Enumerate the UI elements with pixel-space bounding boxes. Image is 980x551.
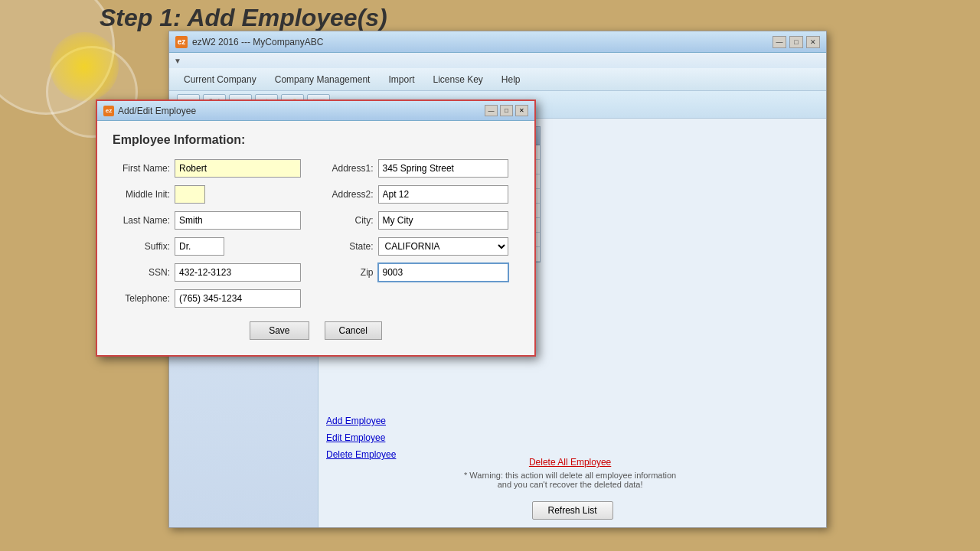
state-select[interactable]: CALIFORNIA ALABAMA ALASKA ARIZONA ARKANS… bbox=[378, 237, 508, 256]
dialog-maximize-button[interactable]: □ bbox=[500, 105, 513, 116]
zip-label: Zip bbox=[324, 267, 374, 278]
address2-input[interactable] bbox=[378, 185, 508, 204]
city-input[interactable] bbox=[378, 211, 508, 230]
dialog-overlay: ez Add/Edit Employee — □ ✕ Employee Info… bbox=[0, 0, 980, 551]
suffix-row: Suffix: bbox=[113, 237, 309, 256]
ssn-row: SSN: bbox=[113, 263, 309, 282]
zip-input[interactable] bbox=[378, 263, 508, 282]
address1-input[interactable] bbox=[378, 159, 508, 178]
dialog-title-left: ez Add/Edit Employee bbox=[103, 106, 196, 116]
dialog-content: Employee Information: First Name: Middle… bbox=[97, 121, 534, 355]
telephone-row: Telephone: bbox=[113, 289, 309, 308]
middle-init-row: Middle Init: bbox=[113, 185, 309, 204]
save-button[interactable]: Save bbox=[250, 321, 309, 340]
last-name-input[interactable] bbox=[175, 211, 301, 230]
spotlight-highlight bbox=[50, 32, 119, 101]
dialog-buttons: Save Cancel bbox=[113, 321, 519, 340]
state-row: State: CALIFORNIA ALABAMA ALASKA ARIZONA… bbox=[324, 237, 520, 256]
first-name-row: First Name: bbox=[113, 159, 309, 178]
form-right: Address1: Address2: City: State: bbox=[324, 159, 520, 311]
form-left: First Name: Middle Init: Last Name: Suff… bbox=[113, 159, 309, 311]
first-name-input[interactable] bbox=[175, 159, 301, 178]
address2-label: Address2: bbox=[324, 189, 374, 200]
dialog-minimize-button[interactable]: — bbox=[485, 105, 498, 116]
telephone-input[interactable] bbox=[175, 289, 301, 308]
add-edit-employee-dialog: ez Add/Edit Employee — □ ✕ Employee Info… bbox=[96, 99, 536, 357]
ssn-input[interactable] bbox=[175, 263, 301, 282]
city-label: City: bbox=[324, 215, 374, 226]
employee-form: First Name: Middle Init: Last Name: Suff… bbox=[113, 159, 519, 311]
middle-init-label: Middle Init: bbox=[113, 189, 170, 200]
zip-row: Zip bbox=[324, 263, 520, 282]
cancel-button[interactable]: Cancel bbox=[325, 321, 382, 340]
city-row: City: bbox=[324, 211, 520, 230]
dialog-controls: — □ ✕ bbox=[485, 105, 528, 116]
dialog-title-bar: ez Add/Edit Employee — □ ✕ bbox=[97, 101, 534, 121]
last-name-label: Last Name: bbox=[113, 215, 170, 226]
address1-row: Address1: bbox=[324, 159, 520, 178]
suffix-label: Suffix: bbox=[113, 241, 170, 252]
dialog-close-button[interactable]: ✕ bbox=[515, 105, 528, 116]
telephone-label: Telephone: bbox=[113, 293, 170, 304]
first-name-label: First Name: bbox=[113, 163, 170, 174]
address2-row: Address2: bbox=[324, 185, 520, 204]
last-name-row: Last Name: bbox=[113, 211, 309, 230]
state-label: State: bbox=[324, 241, 374, 252]
middle-init-input[interactable] bbox=[175, 185, 205, 204]
dialog-section-title: Employee Information: bbox=[113, 133, 519, 147]
suffix-input[interactable] bbox=[175, 237, 224, 256]
ssn-label: SSN: bbox=[113, 267, 170, 278]
dialog-icon: ez bbox=[103, 106, 114, 116]
dialog-title-text: Add/Edit Employee bbox=[118, 106, 196, 116]
address1-label: Address1: bbox=[324, 163, 374, 174]
